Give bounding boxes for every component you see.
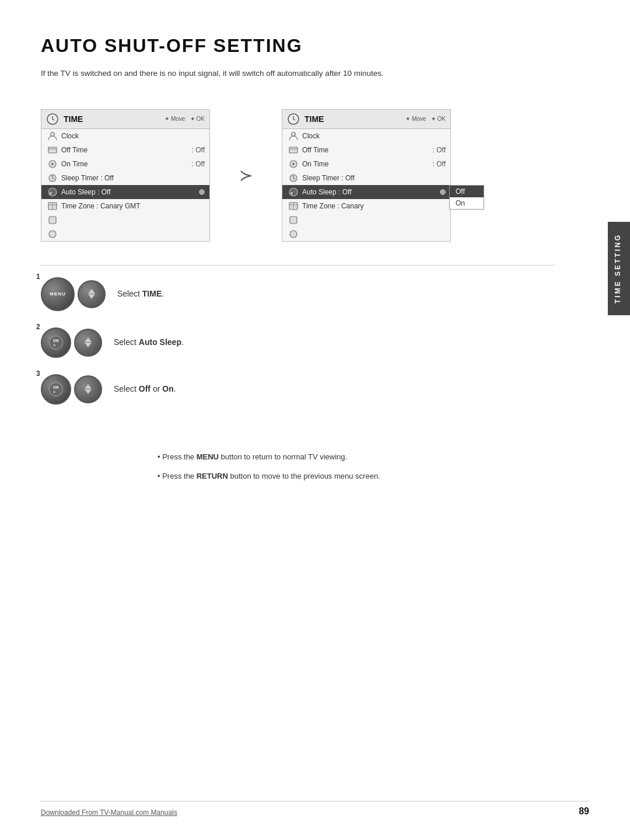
- page-title: AUTO SHUT-OFF SETTING: [41, 35, 554, 57]
- step-2-buttons: 2 OK⊙: [41, 327, 102, 358]
- ok-label-2: OK⊙: [53, 339, 60, 347]
- arrow-down-3-icon: [85, 389, 92, 394]
- svg-text:z: z: [50, 190, 52, 196]
- svg-point-35: [290, 231, 297, 238]
- menu-item-timezone-right: Time Zone : Canary: [282, 199, 450, 213]
- ontime-label-left: On Time: [61, 160, 186, 168]
- icon-row6-right: [288, 215, 299, 225]
- left-panel-body: Clock Off Time : Off: [41, 129, 209, 241]
- autosleep-radio-right: [440, 189, 446, 195]
- step-2: 2 OK⊙ Select Auto Sleep.: [41, 327, 554, 358]
- sleeptimer-label-left: Sleep Timer : Off: [61, 174, 205, 182]
- dropdown-popup: Off On: [449, 185, 484, 210]
- timezone-icon-left: [47, 201, 58, 211]
- offtime-value-right: : Off: [433, 146, 446, 154]
- arrow-up-2-icon: [85, 337, 92, 342]
- left-menu-panel: TIME ✦ Move ✦ OK Clock: [41, 109, 210, 242]
- clock-label-right: Clock: [302, 132, 446, 140]
- svg-point-25: [292, 163, 295, 165]
- ontime-icon-left: [47, 159, 58, 169]
- svg-rect-34: [290, 217, 297, 224]
- timezone-label-left: Time Zone : Canary GMT: [61, 202, 205, 210]
- menu-item-ontime-right: On Time : Off: [282, 157, 450, 171]
- svg-rect-22: [289, 147, 298, 153]
- menu-item-autosleep-left: z Auto Sleep : Off: [41, 185, 209, 199]
- timer-icon-right: [288, 145, 299, 155]
- step-2-number: 2: [36, 323, 40, 331]
- menu-item-clock-right: Clock: [282, 129, 450, 143]
- offtime-label-left: Off Time: [61, 146, 186, 154]
- arrow-up-icon: [88, 289, 95, 294]
- step-3-buttons: 3 OK⊙: [41, 374, 102, 405]
- menu-button[interactable]: MENU: [41, 277, 75, 311]
- autosleep-radio-left: [199, 189, 205, 195]
- left-panel-title: TIME: [64, 114, 160, 124]
- bottom-bar: Downloaded From TV-Manual.com Manuals 89: [41, 801, 589, 817]
- timezone-icon-right: [288, 201, 299, 211]
- arrow-pad-3[interactable]: [74, 375, 102, 403]
- offtime-value-left: : Off: [192, 146, 205, 154]
- intro-text: If the TV is switched on and there is no…: [41, 67, 554, 80]
- right-panel-title: TIME: [304, 114, 401, 124]
- right-panel-header: TIME ✦ Move ✦ OK: [282, 110, 450, 129]
- menu-item-sleep-right: Sleep Timer : Off: [282, 171, 450, 185]
- ontime-value-left: : Off: [192, 160, 205, 168]
- clock-icon-right: [287, 113, 300, 126]
- menu-item-row7-right: [282, 227, 450, 241]
- menu-item-row6-left: [41, 213, 209, 227]
- dropdown-option-on[interactable]: On: [450, 197, 484, 209]
- menu-item-timezone-left: Time Zone : Canary GMT: [41, 199, 209, 213]
- ontime-label-right: On Time: [302, 160, 427, 168]
- footer-notes: Press the MENU button to return to norma…: [41, 451, 554, 482]
- step-1-number: 1: [36, 273, 40, 281]
- arrow-pad-1[interactable]: [78, 280, 106, 308]
- clock-label-left: Clock: [61, 132, 205, 140]
- icon-row6-left: [47, 215, 58, 225]
- step-3-instruction: Select Off or On.: [114, 383, 176, 395]
- svg-point-7: [51, 163, 54, 165]
- ok-label-3: OK⊙: [53, 385, 60, 393]
- svg-point-17: [49, 231, 56, 238]
- footer-note-2: Press the RETURN button to move to the p…: [158, 470, 554, 482]
- menu-item-offtime-left: Off Time : Off: [41, 143, 209, 157]
- ok-button-2[interactable]: OK⊙: [41, 327, 71, 358]
- left-panel-nav: ✦ Move ✦ OK: [164, 116, 205, 122]
- step-1: 1 MENU Select TIME.: [41, 277, 554, 311]
- svg-rect-16: [49, 217, 56, 224]
- page-number: 89: [579, 806, 589, 817]
- step-3: 3 OK⊙ Select Off or On.: [41, 374, 554, 405]
- bottom-link[interactable]: Downloaded From TV-Manual.com Manuals: [41, 808, 177, 817]
- ok-inner-3: OK⊙: [49, 382, 63, 396]
- step-1-buttons: 1 MENU: [41, 277, 106, 311]
- arrow-up-3-icon: [85, 384, 92, 389]
- panels-row: TIME ✦ Move ✦ OK Clock: [41, 109, 554, 242]
- menu-item-sleep-left: Sleep Timer : Off: [41, 171, 209, 185]
- ontime-value-right: : Off: [433, 160, 446, 168]
- svg-text:z: z: [290, 190, 293, 196]
- step-3-number: 3: [36, 370, 40, 378]
- autosleep-label-left: Auto Sleep : Off: [61, 188, 195, 196]
- sleep-icon-left: [47, 173, 58, 183]
- menu-item-ontime-left: On Time : Off: [41, 157, 209, 171]
- ontime-icon-right: [288, 159, 299, 169]
- step-2-instruction: Select Auto Sleep.: [114, 336, 184, 348]
- right-panel-nav: ✦ Move ✦ OK: [405, 116, 446, 122]
- arrow-down-icon: [88, 294, 95, 299]
- arrow-pad-2[interactable]: [74, 329, 102, 357]
- ok-button-3[interactable]: OK⊙: [41, 374, 71, 405]
- dropdown-option-off[interactable]: Off: [450, 186, 484, 197]
- menu-item-autosleep-right: z Auto Sleep : Off Off On: [282, 185, 450, 199]
- menu-item-row6-right: [282, 213, 450, 227]
- side-label: TIME SETTING: [608, 222, 630, 315]
- menu-item-offtime-right: Off Time : Off: [282, 143, 450, 157]
- menu-button-label: MENU: [50, 291, 66, 297]
- arrow-down-2-icon: [85, 343, 92, 347]
- autosleep-icon-right: z: [288, 187, 299, 197]
- autosleep-label-right: Auto Sleep : Off: [302, 188, 436, 196]
- menu-item-clock-left: Clock: [41, 129, 209, 143]
- footer-note-1: Press the MENU button to return to norma…: [158, 451, 554, 463]
- person-icon-right: [288, 131, 299, 141]
- offtime-label-right: Off Time: [302, 146, 427, 154]
- autosleep-icon-left: z: [47, 187, 58, 197]
- icon-row7-right: [288, 229, 299, 239]
